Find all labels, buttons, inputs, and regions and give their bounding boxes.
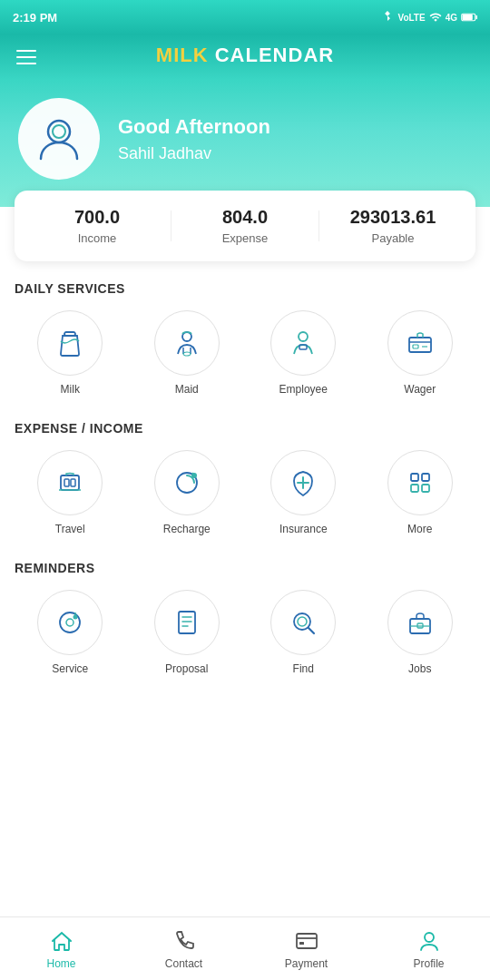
svg-rect-2 [476, 15, 478, 20]
svg-rect-24 [411, 474, 418, 481]
nav-payment[interactable]: Payment [245, 921, 368, 977]
reminder-jobs-item[interactable]: Jobs [365, 590, 476, 675]
contact-icon [172, 928, 197, 954]
employee-label: Employee [279, 383, 328, 396]
expense-travel-item[interactable]: Travel [15, 450, 126, 535]
recharge-icon-circle [154, 450, 220, 515]
travel-icon-circle [37, 450, 103, 515]
app-header: MILK CALENDAR [0, 34, 490, 80]
svg-point-6 [182, 332, 191, 341]
svg-rect-32 [179, 612, 195, 633]
svg-rect-16 [64, 479, 69, 486]
daily-services-section: DAILY SERVICES Milk [0, 261, 490, 401]
profile-info: Good Afternoon Sahil Jadhav [118, 115, 270, 163]
daily-services-grid: Milk Maid [15, 310, 475, 396]
wager-icon-circle [387, 310, 453, 376]
payable-label: Payable [319, 231, 466, 245]
stat-expense: 804.0 Expense [172, 207, 318, 245]
svg-rect-27 [422, 485, 429, 492]
expense-insurance-item[interactable]: Insurance [248, 450, 359, 535]
svg-point-4 [53, 125, 65, 138]
travel-label: Travel [55, 523, 85, 535]
svg-rect-11 [299, 345, 307, 349]
svg-rect-15 [61, 475, 79, 490]
title-calendar: CALENDAR [215, 44, 334, 66]
home-icon [49, 928, 74, 954]
svg-rect-26 [411, 485, 418, 492]
employee-icon-circle [270, 310, 336, 376]
status-time: 2:19 PM [13, 11, 57, 24]
reminder-proposal-item[interactable]: Proposal [132, 590, 243, 675]
status-bar: 2:19 PM VoLTE 4G [0, 0, 490, 34]
avatar [18, 98, 100, 180]
milk-icon-circle [37, 310, 103, 376]
title-milk: MILK [156, 44, 209, 66]
maid-label: Maid [175, 383, 199, 396]
svg-point-38 [298, 617, 307, 626]
hamburger-line-1 [16, 50, 36, 52]
svg-point-30 [74, 615, 78, 620]
reminders-grid: Service Proposal [15, 590, 475, 675]
more-label: More [407, 523, 432, 535]
nav-home[interactable]: Home [0, 921, 122, 977]
stats-card: 700.0 Income 804.0 Expense 293013.61 Pay… [15, 191, 475, 261]
jobs-icon-circle [387, 590, 453, 655]
recharge-label: Recharge [163, 523, 211, 535]
svg-rect-12 [409, 338, 431, 352]
expense-label: Expense [172, 231, 318, 245]
income-label: Income [24, 231, 171, 245]
svg-point-10 [299, 332, 308, 341]
more-icon-circle [387, 450, 453, 515]
expense-value: 804.0 [172, 207, 318, 228]
menu-button[interactable] [16, 50, 36, 64]
stat-income: 700.0 Income [24, 207, 171, 245]
nav-home-label: Home [46, 957, 75, 970]
hamburger-line-3 [16, 63, 36, 64]
maid-icon-circle [154, 310, 220, 376]
svg-point-3 [48, 121, 70, 142]
profile-section: Good Afternoon Sahil Jadhav [0, 80, 490, 207]
stat-payable: 293013.61 Payable [319, 207, 466, 245]
wager-label: Wager [404, 383, 436, 396]
expense-income-grid: Travel Recharge [15, 450, 475, 535]
daily-employee-item[interactable]: Employee [248, 310, 359, 396]
payable-value: 293013.61 [319, 207, 466, 228]
nav-contact[interactable]: Contact [122, 921, 245, 977]
svg-rect-25 [422, 474, 429, 481]
app-title: MILK CALENDAR [156, 44, 334, 67]
nav-profile[interactable]: Profile [368, 921, 490, 977]
main-content: 700.0 Income 804.0 Expense 293013.61 Pay… [0, 191, 490, 799]
hamburger-line-2 [16, 56, 36, 58]
svg-rect-1 [463, 15, 473, 20]
find-icon-circle [270, 590, 336, 655]
status-icons: VoLTE 4G [381, 11, 477, 24]
find-label: Find [293, 662, 314, 675]
daily-maid-item[interactable]: Maid [132, 310, 243, 396]
svg-rect-42 [297, 934, 317, 948]
svg-rect-44 [299, 942, 304, 945]
expense-recharge-item[interactable]: Recharge [132, 450, 243, 535]
svg-rect-13 [413, 345, 418, 348]
username-text: Sahil Jadhav [118, 144, 270, 163]
insurance-label: Insurance [279, 523, 328, 535]
expense-income-section: EXPENSE / INCOME Travel [0, 401, 490, 541]
reminders-section: REMINDERS Service [0, 541, 490, 681]
proposal-icon-circle [154, 590, 220, 655]
income-value: 700.0 [24, 207, 171, 228]
reminder-service-item[interactable]: Service [15, 590, 126, 675]
expense-more-item[interactable]: More [365, 450, 476, 535]
svg-line-37 [309, 628, 314, 633]
svg-point-9 [183, 352, 191, 356]
bottom-nav: Home Contact Payment Profile [0, 916, 490, 980]
daily-services-title: DAILY SERVICES [15, 281, 475, 296]
nav-payment-label: Payment [285, 957, 328, 970]
nav-profile-label: Profile [413, 957, 444, 970]
daily-wager-item[interactable]: Wager [365, 310, 476, 396]
expense-income-title: EXPENSE / INCOME [15, 421, 475, 436]
svg-point-29 [66, 619, 74, 626]
service-label: Service [52, 662, 88, 675]
reminder-find-item[interactable]: Find [248, 590, 359, 675]
daily-milk-item[interactable]: Milk [15, 310, 126, 396]
service-icon-circle [37, 590, 103, 655]
nav-contact-label: Contact [165, 957, 202, 970]
